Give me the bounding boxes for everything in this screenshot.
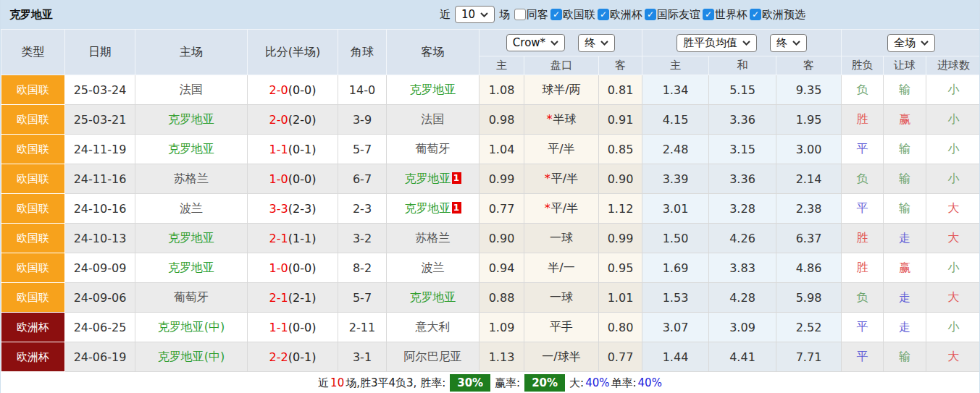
checkbox-unchecked-icon[interactable]	[514, 9, 526, 20]
sub-header-handicap: 盘口	[524, 56, 599, 75]
checkbox-checked-icon[interactable]: ✓	[550, 9, 562, 20]
away-team-cell: 葡萄牙	[387, 135, 479, 164]
avg-time-select[interactable]: 终	[770, 34, 807, 52]
fulltime-score: 3-3	[269, 202, 288, 216]
match-row: 欧国联24-10-13克罗地亚2-1(1-1)3-2苏格兰0.90一球0.991…	[1, 224, 980, 253]
result-goals: 小	[926, 313, 980, 342]
result-goals: 大	[926, 342, 980, 372]
col-header-away: 客场	[387, 30, 479, 75]
period-select[interactable]: 全场	[887, 34, 935, 52]
halftime-score: (0-0)	[288, 172, 317, 186]
odds-away: 1.01	[599, 283, 642, 313]
fulltime-score: 2-0	[269, 113, 288, 127]
avg-lose: 2.14	[776, 164, 842, 194]
result-outcome-value: 胜	[857, 261, 868, 274]
team-name: 克罗地亚	[410, 83, 456, 96]
fulltime-score: 2-1	[269, 291, 288, 305]
halftime-score: (0-0)	[288, 261, 317, 275]
result-goals: 小	[926, 75, 980, 105]
result-outcome: 负	[842, 75, 884, 105]
result-outcome: 负	[842, 164, 884, 194]
handicap-text: 平手	[550, 320, 573, 334]
handicap-text: 半/一	[548, 261, 574, 274]
score-cell: 2-1(2-1)	[248, 283, 338, 313]
avg-win: 1.69	[642, 253, 709, 283]
home-team-cell: 克罗地亚	[135, 135, 248, 164]
chevron-down-icon	[792, 41, 800, 46]
checkbox-checked-icon[interactable]: ✓	[645, 9, 656, 20]
bookmaker-select[interactable]: Crow*	[506, 34, 565, 51]
col-header-date: 日期	[65, 30, 135, 75]
result-handicap: 输	[884, 194, 926, 224]
avg-draw: 3.36	[709, 164, 776, 194]
avg-draw: 3.28	[709, 194, 776, 224]
odds-time-select[interactable]: 终	[578, 34, 615, 52]
match-date: 24-06-19	[65, 342, 135, 372]
handicap-text: 半球	[553, 112, 577, 126]
avg-type-select[interactable]: 胜平负均值	[677, 34, 757, 52]
match-history-panel: 克罗地亚 近 10 场 同客✓欧国联✓欧洲杯✓国际友谊✓世界杯✓欧洲预选 类型 …	[0, 0, 980, 393]
away-team-cell: 克罗地亚	[387, 283, 479, 313]
result-outcome-value: 胜	[857, 231, 868, 245]
home-team-cell: 克罗地亚	[135, 253, 248, 283]
games-label: 场	[499, 8, 510, 22]
corner-cell: 14-0	[338, 75, 387, 105]
away-team-cell: 克罗地亚1	[387, 164, 479, 194]
result-goals: 小	[926, 135, 980, 164]
away-team-cell: 苏格兰	[387, 224, 479, 253]
rate-badge: 30%	[450, 374, 490, 392]
col-header-home: 主场	[135, 30, 248, 75]
halftime-score: (0-1)	[288, 350, 317, 364]
result-goals: 小	[926, 253, 980, 283]
match-row: 欧国联25-03-21克罗地亚2-0(2-0)3-9法国0.98*半球0.914…	[1, 105, 980, 135]
sub-header-odds-home: 主	[479, 56, 524, 75]
team-name: 克罗地亚	[168, 142, 214, 156]
handicap-cell: 球半/两	[524, 75, 599, 105]
score-cell: 1-0(0-0)	[248, 253, 338, 283]
team-name: 意大利	[416, 320, 451, 334]
corner-cell: 3-1	[338, 342, 387, 372]
filter-label: 世界杯	[715, 8, 747, 22]
match-row: 欧国联24-09-06葡萄牙2-1(2-1)5-7克罗地亚0.88一球1.011…	[1, 283, 980, 313]
odds-away: 0.91	[599, 105, 642, 135]
avg-type-select-value: 胜平负均值	[683, 36, 737, 50]
checkbox-checked-icon[interactable]: ✓	[750, 9, 761, 20]
avg-win: 3.01	[642, 194, 709, 224]
team-name: 克罗地亚(中)	[158, 350, 225, 363]
filter-label: 欧国联	[563, 8, 595, 22]
bookmaker-select-value: Crow*	[513, 36, 545, 49]
chevron-down-icon	[921, 41, 929, 46]
checkbox-checked-icon[interactable]: ✓	[598, 9, 609, 20]
avg-win: 2.48	[642, 135, 709, 164]
team-name: 法国	[180, 83, 203, 96]
halftime-score: (0-0)	[288, 83, 317, 97]
away-team-cell: 波兰	[387, 253, 479, 283]
filter-国际友谊: ✓国际友谊	[645, 8, 700, 22]
result-handicap-value: 赢	[899, 112, 910, 126]
result-handicap-value: 输	[899, 350, 910, 363]
match-date: 24-09-06	[65, 283, 135, 313]
sub-header-avg-lose: 客	[776, 56, 842, 75]
handicap-text: 一/球半	[542, 350, 580, 363]
sub-header-goals: 进球数	[926, 56, 980, 75]
avg-draw: 4.41	[709, 342, 776, 372]
avg-win: 3.07	[642, 313, 709, 342]
home-team-cell: 克罗地亚	[135, 105, 248, 135]
corner-cell: 3-2	[338, 224, 387, 253]
odds-home: 0.94	[479, 253, 524, 283]
away-team-cell: 克罗地亚	[387, 75, 479, 105]
filter-label: 欧洲预选	[762, 8, 805, 22]
score-cell: 1-1(0-0)	[248, 313, 338, 342]
recent-count-select[interactable]: 10	[455, 6, 495, 23]
checkbox-checked-icon[interactable]: ✓	[703, 9, 714, 20]
result-handicap-value: 输	[899, 142, 910, 156]
result-handicap: 走	[884, 283, 926, 313]
result-handicap-value: 走	[899, 231, 910, 245]
avg-win: 1.53	[642, 283, 709, 313]
result-handicap: 走	[884, 224, 926, 253]
handicap-text: 一球	[550, 231, 573, 245]
score-cell: 2-0(2-0)	[248, 105, 338, 135]
result-handicap-value: 输	[899, 83, 910, 96]
odds-away: 0.90	[599, 164, 642, 194]
avg-draw: 3.15	[709, 135, 776, 164]
